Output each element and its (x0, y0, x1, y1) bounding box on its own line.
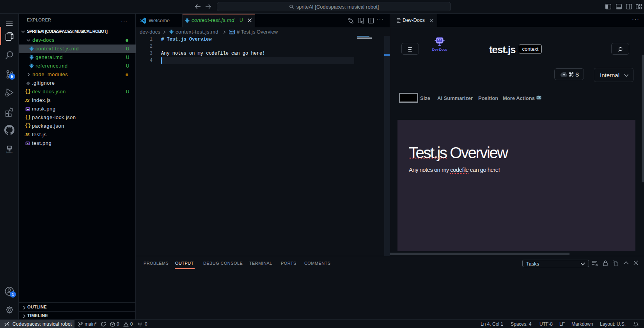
svg-text:Dev-Docs: Dev-Docs (6, 152, 12, 153)
svg-text:abc: abc (230, 30, 234, 33)
